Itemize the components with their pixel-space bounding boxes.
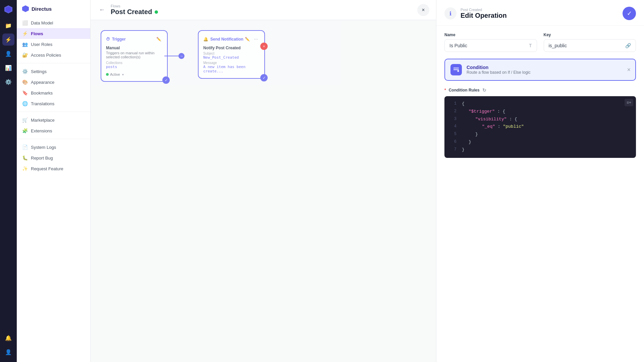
notification-x-icon: × <box>260 43 268 50</box>
icon-bar-flows[interactable]: ⚡ <box>2 34 14 46</box>
app-logo[interactable] <box>3 4 14 15</box>
sidebar-item-access-policies[interactable]: 🔐 Access Policies <box>17 50 90 60</box>
sidebar-item-report-bug[interactable]: 🐛 Report Bug <box>17 153 90 163</box>
data-model-icon: ⬜ <box>22 20 28 25</box>
sidebar-item-data-model[interactable]: ⬜ Data Model <box>17 17 90 28</box>
brand-name: Directus <box>32 6 52 12</box>
main-content: ← Flows Post Created × ⏱ Trigger ✏️ <box>91 0 436 362</box>
form-key-field: Key 🔗 <box>544 33 636 52</box>
required-dot: * <box>444 88 446 93</box>
code-line-7: 7 } <box>444 146 636 154</box>
right-panel: ℹ Post Created Edit Operation ✓ Name T K… <box>436 0 644 362</box>
sidebar-item-label: Bookmarks <box>31 90 53 96</box>
icon-bar-notifications[interactable]: 🔔 <box>2 332 14 344</box>
notification-node-actions: ✏️ ⋯ <box>244 36 260 43</box>
status-dot <box>106 73 109 76</box>
notification-label: Notify Post Created <box>203 46 260 50</box>
sidebar-item-translations[interactable]: 🌐 Translations <box>17 98 90 109</box>
notification-node-header: 🔔 Send Notification ✏️ ⋯ <box>203 36 260 43</box>
condition-description: Route a flow based on If / Else logic <box>467 70 531 75</box>
notification-subject-label: Subject <box>203 52 260 55</box>
close-button[interactable]: × <box>417 4 429 16</box>
panel-title: Edit Operation <box>461 12 507 19</box>
panel-icon-symbol: ℹ <box>449 10 451 17</box>
code-toolbar-btn[interactable]: ≡+ <box>625 99 633 106</box>
sidebar-item-label: Data Model <box>31 20 53 25</box>
user-roles-icon: 👥 <box>22 42 28 47</box>
sidebar-item-appearance[interactable]: 🎨 Appearance <box>17 77 90 87</box>
icon-bar-settings[interactable]: ⚙️ <box>2 76 14 88</box>
sidebar-item-label: Appearance <box>31 80 54 85</box>
icon-bar: 📁 ⚡ 👤 📊 ⚙️ 🔔 👤 <box>0 0 17 362</box>
save-button[interactable]: ✓ <box>623 7 636 20</box>
sidebar-divider-1 <box>17 63 90 63</box>
sidebar-item-system-logs[interactable]: 📄 System Logs <box>17 142 90 153</box>
system-logs-icon: 📄 <box>22 144 28 150</box>
code-line-4: 4 "_eq" : "public" <box>444 123 636 131</box>
report-bug-icon: 🐛 <box>22 155 28 161</box>
flow-status-dot <box>155 10 158 14</box>
code-line-1: 1 { <box>444 100 636 108</box>
sidebar-item-label: Marketplace <box>31 118 55 123</box>
icon-bar-profile[interactable]: 👤 <box>2 346 14 358</box>
key-input[interactable] <box>549 43 623 48</box>
code-line-3: 3 "visibility" : { <box>444 116 636 123</box>
brand-icon <box>22 5 29 12</box>
trigger-field-value: posts <box>106 65 162 69</box>
trigger-status: Active ▾ <box>106 72 162 76</box>
trigger-node: ⏱ Trigger ✏️ Manual Triggers on manual r… <box>101 30 168 82</box>
trigger-check-icon: ✓ <box>162 76 170 84</box>
trigger-node-type: ⏱ Trigger <box>106 37 126 42</box>
notification-message-value: A new item has been create... <box>203 65 260 73</box>
sidebar-item-bookmarks[interactable]: 🔖 Bookmarks <box>17 87 90 98</box>
icon-bar-users[interactable]: 👤 <box>2 48 14 60</box>
flow-title: Post Created <box>111 8 158 16</box>
sidebar-item-extensions[interactable]: 🧩 Extensions <box>17 125 90 136</box>
svg-rect-3 <box>453 69 459 70</box>
trigger-node-actions: ✏️ <box>155 36 162 43</box>
code-line-5: 5 } <box>444 131 636 138</box>
panel-title-text: Post Created Edit Operation <box>461 8 507 19</box>
right-panel-header: ℹ Post Created Edit Operation ✓ <box>436 0 644 26</box>
right-panel-body: Name T Key 🔗 <box>436 26 644 165</box>
key-link-icon: 🔗 <box>625 43 631 48</box>
name-input-wrap[interactable]: T <box>444 39 537 52</box>
trigger-node-header: ⏱ Trigger ✏️ <box>106 36 162 43</box>
sidebar-item-label: Request Feature <box>31 166 63 171</box>
refresh-icon[interactable]: ↻ <box>482 87 486 93</box>
code-editor[interactable]: ≡+ 1 { 2 "$trigger" : { 3 "visibility" :… <box>444 96 636 158</box>
notification-edit-button[interactable]: ✏️ <box>244 36 251 43</box>
sidebar-item-request-feature[interactable]: ✨ Request Feature <box>17 163 90 174</box>
notification-node-type: 🔔 Send Notification <box>203 37 244 42</box>
notification-node-content: Notify Post Created Subject New_Post_Cre… <box>203 46 260 73</box>
sidebar-item-flows[interactable]: ⚡ Flows <box>17 28 90 39</box>
condition-close-button[interactable]: × <box>627 66 631 73</box>
code-line-6: 6 } <box>444 138 636 146</box>
condition-card: Condition Route a flow based on If / Els… <box>444 59 636 81</box>
trigger-edit-button[interactable]: ✏️ <box>155 36 162 43</box>
name-input[interactable] <box>449 43 526 48</box>
icon-bar-insights[interactable]: 📊 <box>2 62 14 74</box>
condition-info: Condition Route a flow based on If / Els… <box>467 65 531 75</box>
trigger-label: Manual <box>106 46 162 50</box>
key-input-wrap[interactable]: 🔗 <box>544 39 636 52</box>
back-button[interactable]: ← <box>97 5 107 15</box>
flows-icon: ⚡ <box>22 31 28 36</box>
trigger-desc: Triggers on manual run within selected c… <box>106 51 162 59</box>
code-line-2: 2 "$trigger" : { <box>444 108 636 116</box>
icon-bar-content[interactable]: 📁 <box>2 19 14 32</box>
notification-more-button[interactable]: ⋯ <box>252 36 260 43</box>
sidebar-item-user-roles[interactable]: 👥 User Roles <box>17 39 90 50</box>
extensions-icon: 🧩 <box>22 128 28 133</box>
sidebar-item-settings[interactable]: ⚙️ Settings <box>17 66 90 77</box>
notification-message-label: Message <box>203 61 260 65</box>
sidebar-item-label: Translations <box>31 101 54 106</box>
flow-title-text: Post Created <box>111 8 152 16</box>
sidebar-item-label: System Logs <box>31 145 56 150</box>
trigger-type-label: Trigger <box>112 37 126 42</box>
sidebar-item-marketplace[interactable]: 🛒 Marketplace <box>17 115 90 125</box>
condition-icon <box>450 64 462 75</box>
sidebar-divider-3 <box>17 139 90 139</box>
notification-node: 🔔 Send Notification ✏️ ⋯ Notify Post Cre… <box>198 30 265 79</box>
breadcrumb: Flows <box>111 4 158 8</box>
